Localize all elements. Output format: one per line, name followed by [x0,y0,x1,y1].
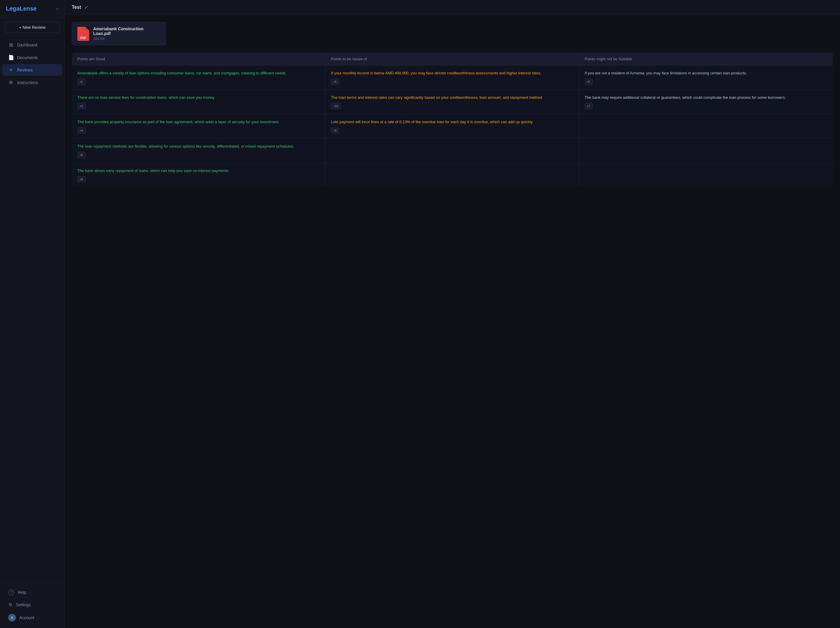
ref-badge-unsuitable-0: r5 [585,79,593,85]
cell-text-good-1: There are no loan service fees for const… [77,95,320,101]
cell-text-aware-1: The loan terms and interest rates can va… [331,95,573,101]
ref-badge-good-3: r6 [77,152,85,158]
instructions-icon: ⚙ [8,80,14,85]
ref-badge-good-1: r4 [77,103,85,110]
cell-text-unsuitable-1: The bank may require additional collater… [585,95,827,101]
file-size: 344 KB [93,37,160,41]
sidebar-item-label: Documents [17,55,38,60]
settings-label: Settings [16,603,31,607]
review-table: Points are Good Points to be Aware of Po… [72,52,833,188]
sidebar-bottom: ? Help ⚙ Settings A Account [0,583,65,628]
sidebar-item-documents[interactable]: 📄 Documents [2,52,62,63]
new-review-button[interactable]: + New Review [5,22,60,33]
pdf-icon: PDF [77,27,89,41]
ref-badge-aware-2: r9 [331,127,339,134]
cell-good-1: There are no loan service fees for const… [72,90,325,114]
cell-unsuitable-1: The bank may require additional collater… [579,90,833,114]
cell-good-3: The loan repayment methods are flexible,… [72,139,325,163]
cell-unsuitable-0: If you are not a resident of Armenia, yo… [579,66,833,90]
cell-text-aware-0: If your monthly income is below AMD 400,… [331,70,573,76]
sidebar-item-label: Instructions [17,80,38,85]
cell-text-unsuitable-0: If you are not a resident of Armenia, yo… [585,70,827,76]
col-header-good: Points are Good [72,53,325,66]
cell-good-0: Ameriabank offers a variety of loan opti… [72,66,325,90]
file-info: Ameriabank Construction Loan.pdf 344 KB [93,27,160,41]
help-icon: ? [8,590,14,595]
sidebar-item-settings[interactable]: ⚙ Settings [2,599,62,611]
table-row: Ameriabank offers a variety of loan opti… [72,66,833,90]
cell-text-good-3: The loan repayment methods are flexible,… [77,144,320,149]
table-row: The bank provides property insurance as … [72,114,833,139]
cell-good-2: The bank provides property insurance as … [72,114,325,139]
cell-aware-3 [325,139,579,163]
col-header-aware: Points to be Aware of [325,53,579,66]
cell-text-aware-2: Late payment will incur fines at a rate … [331,119,573,125]
cell-unsuitable-2 [579,114,833,139]
app-logo: LegaLense [6,5,36,12]
reviews-icon: ≡ [8,67,14,73]
topbar: Test ✓ [65,0,840,15]
avatar: A [8,614,16,622]
table-row: The bank allows early repayment of loans… [72,163,833,188]
cell-aware-4 [325,163,579,188]
file-name: Ameriabank Construction Loan.pdf [93,27,160,36]
sidebar: LegaLense « + New Review ⊞ Dashboard 📄 D… [0,0,65,628]
file-card[interactable]: PDF Ameriabank Construction Loan.pdf 344… [72,22,166,45]
sidebar-item-help[interactable]: ? Help [2,587,62,598]
cell-unsuitable-4 [579,163,833,188]
sidebar-nav: ⊞ Dashboard 📄 Documents ≡ Reviews ⚙ Inst… [0,37,65,583]
ref-badge-unsuitable-1: r7 [585,103,593,110]
cell-text-good-4: The bank allows early repayment of loans… [77,168,320,174]
sidebar-item-account[interactable]: A Account [2,611,62,625]
sidebar-logo-area: LegaLense « [0,0,65,17]
sidebar-item-dashboard[interactable]: ⊞ Dashboard [2,39,62,51]
content-area: PDF Ameriabank Construction Loan.pdf 344… [65,15,840,628]
documents-icon: 📄 [8,55,14,60]
cell-text-good-2: The bank provides property insurance as … [77,119,320,125]
dashboard-icon: ⊞ [8,42,14,47]
col-header-unsuitable: Points might not be Suitable [579,53,833,66]
sidebar-item-reviews[interactable]: ≡ Reviews [2,64,62,76]
main-content: Test ✓ PDF Ameriabank Construction Loan.… [65,0,840,628]
ref-badge-good-2: r4 [77,127,85,134]
ref-badge-good-4: r9 [77,176,85,183]
ref-badge-good-0: r1 [77,79,85,85]
cell-good-4: The bank allows early repayment of loans… [72,163,325,188]
account-label: Account [19,615,35,620]
sidebar-item-label: Dashboard [17,43,37,47]
cell-aware-2: Late payment will incur fines at a rate … [325,114,579,139]
cell-text-good-0: Ameriabank offers a variety of loan opti… [77,70,320,76]
sidebar-item-label: Reviews [17,68,33,72]
table-row: There are no loan service fees for const… [72,90,833,114]
sidebar-item-instructions[interactable]: ⚙ Instructions [2,76,62,88]
ref-badge-aware-1: r10 [331,103,341,110]
help-label: Help [17,590,26,595]
settings-icon: ⚙ [8,602,13,607]
cell-aware-1: The loan terms and interest rates can va… [325,90,579,114]
cell-aware-0: If your monthly income is below AMD 400,… [325,66,579,90]
collapse-sidebar-button[interactable]: « [56,6,58,11]
page-title: Test [72,5,81,10]
ref-badge-aware-0: r5 [331,79,339,85]
cell-unsuitable-3 [579,139,833,163]
table-row: The loan repayment methods are flexible,… [72,139,833,163]
check-icon: ✓ [84,4,88,11]
